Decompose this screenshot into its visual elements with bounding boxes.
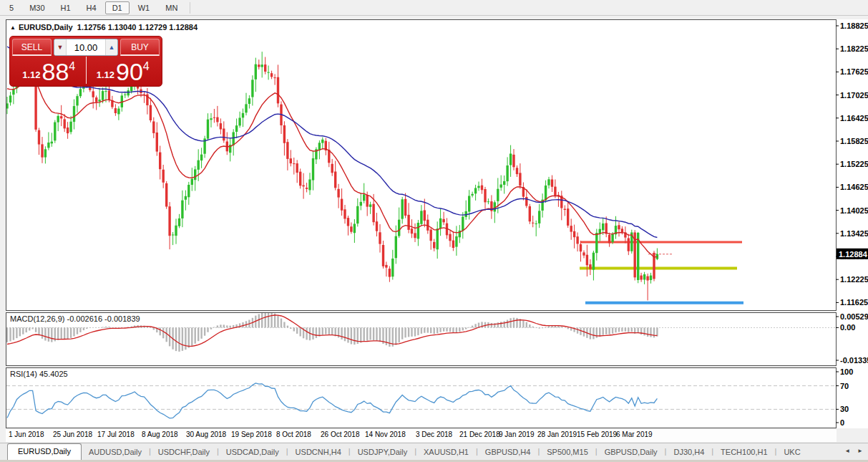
chart-tab-usdchf-daily[interactable]: USDCHF,Daily bbox=[151, 445, 217, 460]
ohlc-low: 1.12729 bbox=[139, 23, 167, 32]
buy-price-display[interactable]: 1.12904 bbox=[87, 57, 160, 84]
volume-decrease-button[interactable]: ▼ bbox=[54, 39, 67, 55]
timeframe-button-w1[interactable]: W1 bbox=[131, 1, 157, 14]
date-tick-label: 8 Oct 2018 bbox=[276, 430, 311, 438]
price-axis[interactable] bbox=[837, 19, 868, 428]
chart-tab-gbpusd-daily[interactable]: GBPUSD,Daily bbox=[598, 445, 665, 460]
sell-price-display[interactable]: 1.12884 bbox=[12, 57, 87, 84]
chart-symbol-label: ▲EURUSD,Daily 1.12756 1.13040 1.12729 1.… bbox=[10, 23, 198, 32]
tab-scroll-arrows: ◄ ► bbox=[842, 445, 866, 457]
chart-tab-gbpusd-h4[interactable]: GBPUSD,H4 bbox=[478, 445, 538, 460]
sell-price-point: 4 bbox=[69, 60, 75, 73]
volume-input[interactable] bbox=[67, 39, 105, 55]
rsi-panel[interactable] bbox=[6, 367, 837, 428]
triangle-up-icon: ▲ bbox=[109, 44, 115, 51]
chart-tab-bar: EURUSD,DailyAUDUSD,Daily|USDCHF,Daily|US… bbox=[0, 443, 868, 460]
date-tick-label: 14 Nov 2018 bbox=[365, 430, 406, 438]
timeframe-button-m30[interactable]: M30 bbox=[22, 1, 52, 14]
timeframe-button-mn[interactable]: MN bbox=[158, 1, 185, 14]
chart-tab-usdcad-daily[interactable]: USDCAD,Daily bbox=[219, 445, 286, 460]
chart-tab-audusd-daily[interactable]: AUDUSD,Daily bbox=[82, 445, 149, 460]
date-tick-label: 25 Jun 2018 bbox=[53, 430, 92, 438]
chart-tab-usdjpy-daily[interactable]: USDJPY,Daily bbox=[351, 445, 415, 460]
date-tick-label: 15 Feb 2019 bbox=[577, 430, 617, 438]
collapse-triangle-icon[interactable]: ▲ bbox=[10, 24, 16, 31]
date-tick-label: 1 Jun 2018 bbox=[9, 430, 44, 438]
buy-button[interactable]: BUY bbox=[120, 39, 160, 56]
symbol-name: EURUSD,Daily bbox=[19, 23, 73, 32]
timeframe-button-5[interactable]: 5 bbox=[2, 1, 21, 14]
chart-tab-sp500-m15[interactable]: SP500,M15 bbox=[540, 445, 595, 460]
date-tick-label: 9 Jan 2019 bbox=[499, 430, 535, 438]
date-tick-label: 8 Aug 2018 bbox=[142, 430, 178, 438]
tab-scroll-left-button[interactable]: ◄ bbox=[842, 445, 853, 457]
ohlc-high: 1.13040 bbox=[108, 23, 137, 32]
rsi-indicator-label: RSI(14) 45.4025 bbox=[10, 370, 68, 378]
date-tick-label: 26 Oct 2018 bbox=[321, 430, 359, 438]
sell-button[interactable]: SELL bbox=[12, 39, 52, 56]
volume-spinner: ▼ ▲ bbox=[54, 39, 118, 56]
ohlc-open: 1.12756 bbox=[77, 23, 106, 32]
chart-tab-dj30-h4[interactable]: DJ30,H4 bbox=[666, 445, 711, 460]
chart-tab-ukc[interactable]: UKC bbox=[776, 445, 807, 460]
buy-price-prefix: 1.12 bbox=[97, 69, 114, 80]
chart-tab-tech100-h1[interactable]: TECH100,H1 bbox=[713, 445, 774, 460]
buy-price-pips: 90 bbox=[116, 60, 143, 83]
date-axis[interactable]: 1 Jun 201825 Jun 201817 Jul 20188 Aug 20… bbox=[6, 429, 837, 442]
date-tick-label: 30 Aug 2018 bbox=[186, 430, 226, 438]
date-tick-label: 19 Sep 2018 bbox=[231, 430, 272, 438]
date-tick-label: 17 Jul 2018 bbox=[97, 430, 135, 438]
trading-terminal-window: 5M30H1H4D1W1MN 1 Jun 201825 Jun 201817 J… bbox=[0, 0, 868, 462]
tab-scroll-right-button[interactable]: ► bbox=[854, 445, 866, 457]
date-tick-label: 3 Dec 2018 bbox=[416, 430, 452, 438]
timeframe-button-h1[interactable]: H1 bbox=[54, 1, 78, 14]
one-click-trading-panel: SELL ▼ ▲ BUY 1.12884 1.12904 bbox=[9, 36, 162, 87]
chart-tab-xauusd-h1[interactable]: XAUUSD,H1 bbox=[416, 445, 476, 460]
date-tick-label: 21 Dec 2018 bbox=[459, 430, 500, 438]
sell-price-prefix: 1.12 bbox=[22, 69, 40, 80]
triangle-down-icon: ▼ bbox=[57, 44, 64, 51]
timeframe-toolbar: 5M30H1H4D1W1MN bbox=[0, 0, 868, 16]
macd-indicator-label: MACD(12,26,9) -0.002616 -0.001839 bbox=[10, 314, 140, 323]
buy-price-point: 4 bbox=[143, 60, 150, 73]
volume-increase-button[interactable]: ▲ bbox=[105, 39, 117, 55]
date-tick-label: 6 Mar 2019 bbox=[616, 430, 653, 438]
sell-price-pips: 88 bbox=[42, 60, 69, 83]
timeframe-button-h4[interactable]: H4 bbox=[79, 1, 104, 14]
chart-tab-eurusd-daily[interactable]: EURUSD,Daily bbox=[7, 443, 82, 460]
ohlc-close: 1.12884 bbox=[169, 23, 198, 32]
date-tick-label: 28 Jan 2019 bbox=[537, 430, 577, 438]
chart-tab-usdcnh-h4[interactable]: USDCNH,H4 bbox=[288, 445, 348, 460]
toolbar-separator bbox=[190, 2, 190, 14]
timeframe-button-d1[interactable]: D1 bbox=[105, 1, 130, 14]
